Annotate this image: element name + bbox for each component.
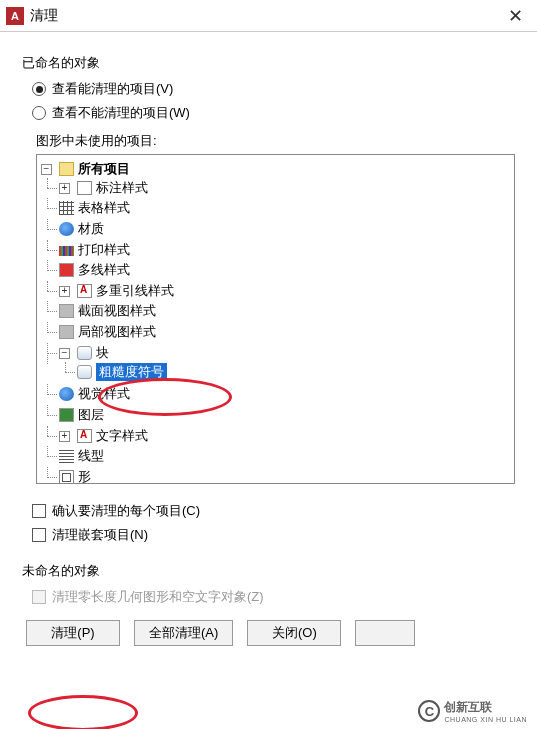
- tree-item[interactable]: 视觉样式: [59, 385, 130, 403]
- tree-root-label: 所有项目: [78, 160, 130, 178]
- tree-item[interactable]: +文字样式: [59, 427, 148, 445]
- tree-item[interactable]: 材质: [59, 220, 104, 238]
- tree-item-label: 多线样式: [78, 261, 130, 279]
- tree-item-label: 块: [96, 344, 109, 362]
- expand-icon[interactable]: +: [59, 286, 70, 297]
- tree-item-label: 打印样式: [78, 241, 130, 259]
- detail-icon: [59, 325, 74, 339]
- layer-icon: [59, 408, 74, 422]
- button-row: 清理(P) 全部清理(A) 关闭(O): [26, 620, 515, 646]
- dialog-body: 已命名的对象 查看能清理的项目(V) 查看不能清理的项目(W) 图形中未使用的项…: [0, 32, 537, 656]
- tree-item[interactable]: 线型: [59, 447, 104, 465]
- tree-item[interactable]: 形: [59, 468, 91, 484]
- watermark-logo-icon: C: [418, 700, 440, 722]
- tree-item-selected[interactable]: 粗糙度符号: [77, 363, 167, 381]
- mline-icon: [59, 263, 74, 277]
- table-icon: [59, 201, 74, 215]
- tree-item-label: 材质: [78, 220, 104, 238]
- titlebar: A 清理 ✕: [0, 0, 537, 32]
- watermark-sub: CHUANG XIN HU LIAN: [444, 716, 527, 723]
- dimstyle-icon: [77, 181, 92, 195]
- tree-item-label: 形: [78, 468, 91, 484]
- block-icon: [77, 365, 92, 379]
- purge-all-button[interactable]: 全部清理(A): [134, 620, 233, 646]
- tree-item-label: 局部视图样式: [78, 323, 156, 341]
- tree-item-label: 视觉样式: [78, 385, 130, 403]
- check-zero-length: 清理零长度几何图形和空文字对象(Z): [32, 588, 515, 606]
- window-title: 清理: [30, 7, 500, 25]
- close-icon[interactable]: ✕: [500, 5, 531, 27]
- visualstyle-icon: [59, 387, 74, 401]
- block-icon: [77, 346, 92, 360]
- radio-icon[interactable]: [32, 82, 46, 96]
- collapse-icon[interactable]: −: [41, 164, 52, 175]
- watermark-brand: 创新互联: [444, 699, 527, 716]
- tree-item-label: 截面视图样式: [78, 302, 156, 320]
- tree-item[interactable]: +标注样式: [59, 179, 148, 197]
- check-nested[interactable]: 清理嵌套项目(N): [32, 526, 515, 544]
- purge-button[interactable]: 清理(P): [26, 620, 120, 646]
- expand-icon[interactable]: +: [59, 431, 70, 442]
- app-icon: A: [6, 7, 24, 25]
- watermark: C 创新互联 CHUANG XIN HU LIAN: [414, 697, 531, 725]
- unused-label: 图形中未使用的项目:: [36, 132, 515, 150]
- tree-item[interactable]: 多线样式: [59, 261, 130, 279]
- section-icon: [59, 304, 74, 318]
- radio-unviewable-label: 查看不能清理的项目(W): [52, 104, 190, 122]
- folder-icon: [59, 162, 74, 176]
- check-nested-label: 清理嵌套项目(N): [52, 526, 148, 544]
- tree-item-label: 文字样式: [96, 427, 148, 445]
- check-confirm-each[interactable]: 确认要清理的每个项目(C): [32, 502, 515, 520]
- tree-item[interactable]: 表格样式: [59, 199, 130, 217]
- tree-item-label: 图层: [78, 406, 104, 424]
- tree-item[interactable]: +多重引线样式: [59, 282, 174, 300]
- tree-item-label: 线型: [78, 447, 104, 465]
- named-heading: 已命名的对象: [22, 54, 515, 72]
- check-zero-length-label: 清理零长度几何图形和空文字对象(Z): [52, 588, 264, 606]
- checkbox-icon: [32, 590, 46, 604]
- expand-icon[interactable]: +: [59, 183, 70, 194]
- tree-item-label: 标注样式: [96, 179, 148, 197]
- textstyle-icon: [77, 429, 92, 443]
- check-confirm-label: 确认要清理的每个项目(C): [52, 502, 200, 520]
- shape-icon: [59, 470, 74, 484]
- radio-viewable-label: 查看能清理的项目(V): [52, 80, 173, 98]
- material-icon: [59, 222, 74, 236]
- tree-root[interactable]: − 所有项目: [41, 160, 130, 178]
- radio-icon[interactable]: [32, 106, 46, 120]
- radio-unviewable[interactable]: 查看不能清理的项目(W): [32, 104, 515, 122]
- tree-item[interactable]: 图层: [59, 406, 104, 424]
- unnamed-heading: 未命名的对象: [22, 562, 515, 580]
- plotstyle-icon: [59, 246, 74, 256]
- radio-viewable[interactable]: 查看能清理的项目(V): [32, 80, 515, 98]
- checkbox-icon[interactable]: [32, 528, 46, 542]
- tree-item[interactable]: 局部视图样式: [59, 323, 156, 341]
- tree-item-block[interactable]: −块: [59, 344, 109, 362]
- collapse-icon[interactable]: −: [59, 348, 70, 359]
- help-button[interactable]: [355, 620, 415, 646]
- mleader-icon: [77, 284, 92, 298]
- tree-item[interactable]: 截面视图样式: [59, 302, 156, 320]
- tree-item-label: 粗糙度符号: [96, 363, 167, 381]
- tree-item[interactable]: 打印样式: [59, 241, 130, 259]
- tree-view[interactable]: − 所有项目 +标注样式 表格样式 材质 打印样式 多线样式 +多重引线样式 截…: [36, 154, 515, 484]
- close-button[interactable]: 关闭(O): [247, 620, 341, 646]
- tree-item-label: 表格样式: [78, 199, 130, 217]
- linetype-icon: [59, 449, 74, 463]
- checkbox-icon[interactable]: [32, 504, 46, 518]
- annotation-ellipse: [28, 695, 138, 729]
- tree-item-label: 多重引线样式: [96, 282, 174, 300]
